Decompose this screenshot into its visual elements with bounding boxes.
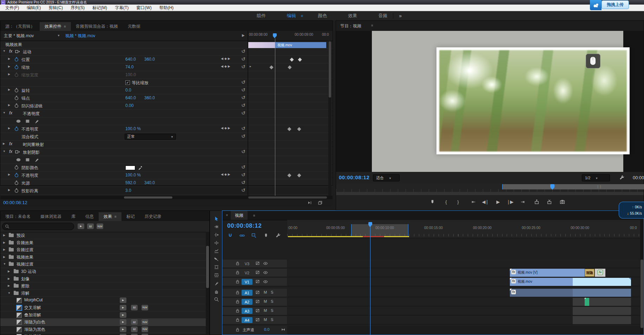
reset-parameter-icon[interactable]: ↺ — [241, 172, 245, 177]
stopwatch-icon[interactable] — [14, 57, 19, 63]
param-value[interactable]: 640.0 — [125, 57, 136, 62]
checkbox-uniform-scale[interactable]: ✓ — [125, 80, 130, 85]
workspace-tab-menu-icon[interactable]: ≡ — [301, 14, 303, 18]
effects-scroll-thumb[interactable] — [206, 246, 209, 288]
param-value[interactable]: 100.0 % — [125, 126, 141, 131]
solo-button[interactable]: S — [271, 299, 273, 303]
track-target-A1[interactable]: A1 — [242, 290, 252, 296]
clip-a2-green[interactable] — [585, 298, 589, 306]
track-lane-V3[interactable] — [287, 260, 643, 268]
transport-提取[interactable] — [545, 198, 554, 206]
twirl-icon[interactable]: ▼ — [3, 111, 6, 114]
reset-parameter-icon[interactable]: ↺ — [241, 126, 245, 131]
transport-标记出点[interactable]: } — [453, 198, 462, 206]
param-value[interactable]: 360.0 — [144, 57, 155, 62]
effects-scrollbar[interactable] — [206, 232, 209, 335]
reset-parameter-icon[interactable]: ↺ — [241, 164, 245, 170]
menu-item-2[interactable]: 剪辑(C) — [45, 5, 67, 11]
sync-lock-icon[interactable] — [255, 317, 260, 323]
stopwatch-icon[interactable] — [14, 88, 19, 94]
play-around-icon[interactable] — [307, 200, 312, 206]
sync-lock-icon[interactable] — [255, 308, 260, 314]
param-value[interactable]: 340.0 — [144, 180, 155, 185]
project-tab-4[interactable]: 效果≡ — [99, 212, 121, 221]
stopwatch-icon[interactable] — [14, 180, 19, 186]
slide-tool[interactable] — [212, 272, 221, 279]
tree-item-预设[interactable]: ▶预设 — [0, 232, 209, 239]
hand-tool[interactable] — [212, 288, 221, 295]
rolling-edit-tool[interactable] — [212, 239, 221, 247]
twirl-icon[interactable]: ▶ — [3, 248, 5, 251]
pen-tool[interactable] — [212, 280, 221, 287]
tree-item-视频效果[interactable]: ▶视频效果 — [0, 254, 209, 261]
tree-item-划像[interactable]: ▶划像 — [0, 275, 209, 283]
track-target-V3[interactable]: V3 — [242, 261, 252, 267]
effect-name[interactable]: 时间重映射 — [23, 142, 44, 148]
reset-parameter-icon[interactable]: ↺ — [241, 79, 245, 85]
filter-badge-0[interactable]: ▶ — [78, 223, 84, 229]
sync-lock-icon[interactable] — [255, 290, 260, 296]
lock-icon[interactable] — [235, 261, 240, 267]
menu-item-5[interactable]: 字幕(T) — [111, 5, 132, 11]
project-tab-5[interactable]: 标记 — [121, 212, 140, 221]
reset-parameter-icon[interactable]: ↺ — [241, 87, 245, 93]
filter-badge-2[interactable]: YUV — [97, 223, 103, 229]
mute-button[interactable]: M — [264, 317, 267, 322]
project-tab-2[interactable]: 库 — [66, 212, 80, 221]
menu-item-6[interactable]: 窗口(W) — [132, 5, 155, 11]
twirl-icon[interactable]: ▶ — [8, 277, 10, 280]
stopwatch-icon[interactable] — [14, 103, 19, 109]
reset-parameter-icon[interactable]: ↺ — [241, 56, 245, 62]
ec-tab-1[interactable]: 效果控件≡ — [40, 22, 71, 31]
timeline-ruler[interactable]: :00:0000:00:05:0000:00:10:0000:00:15:000… — [287, 220, 644, 238]
param-value[interactable]: 100.0 % — [125, 173, 141, 177]
reset-parameter-icon[interactable]: ↺ — [241, 149, 245, 154]
track-lane-master[interactable] — [287, 326, 643, 335]
ec-vscroll-thumb[interactable] — [329, 41, 331, 98]
linked-selection-icon[interactable] — [238, 232, 246, 239]
param-value[interactable]: 592.0 — [125, 180, 136, 185]
upload-overlay[interactable]: 拖拽上传 — [590, 0, 629, 10]
stopwatch-icon[interactable] — [14, 126, 19, 132]
program-mini-timeline[interactable]: ❘❘ — [336, 183, 644, 192]
toggle-track-output-icon[interactable] — [263, 279, 268, 285]
twirl-icon[interactable]: ▼ — [3, 49, 6, 53]
lane-clip-bar[interactable]: 视频.mov — [275, 42, 326, 48]
selection-tool[interactable] — [212, 215, 221, 222]
upload-button[interactable]: 拖拽上传 — [602, 0, 629, 9]
snap-icon[interactable] — [226, 232, 234, 239]
param-value[interactable]: 360.0 — [144, 95, 155, 100]
mute-button[interactable]: M — [264, 299, 267, 303]
tree-item-溶解[interactable]: ▼溶解 — [0, 290, 209, 297]
twirl-icon[interactable]: ▼ — [8, 292, 11, 295]
razor-tool[interactable] — [212, 255, 221, 263]
playback-resolution-select[interactable]: 1/2▼ — [582, 174, 610, 181]
keyframe-nav[interactable]: ◀◆▶ — [221, 126, 231, 130]
transport-标记入点[interactable]: { — [441, 198, 451, 206]
keyframe-nav[interactable]: ◀◆▶ — [221, 173, 231, 176]
param-value[interactable]: 0.00 — [125, 103, 133, 108]
mute-button[interactable]: M — [264, 290, 267, 294]
menu-item-4[interactable]: 标记(M) — [88, 5, 111, 11]
transport-转到入点[interactable]: ⇤ — [469, 198, 478, 206]
track-target-A2[interactable]: A2 — [242, 299, 252, 305]
twirl-icon[interactable]: ▶ — [8, 65, 10, 68]
lock-icon[interactable] — [235, 279, 240, 285]
twirl-icon[interactable]: ▶ — [3, 234, 5, 237]
twirl-icon[interactable]: ▶ — [8, 73, 10, 76]
ec-lane-hscroll-thumb[interactable] — [248, 196, 327, 199]
toggle-effects-icon[interactable] — [318, 200, 323, 206]
keyframe-nav[interactable]: ◀◆▶ — [221, 65, 231, 68]
sync-lock-icon[interactable] — [255, 261, 260, 267]
lock-icon[interactable] — [235, 299, 240, 305]
sequence-tab[interactable]: 视频 — [231, 211, 248, 220]
transport-后退一帧[interactable]: ◀❘ — [481, 198, 490, 206]
menu-item-7[interactable]: 帮助(H) — [156, 5, 178, 11]
track-target-V1[interactable]: V1 — [242, 279, 252, 285]
transport-导出帧[interactable] — [558, 198, 567, 206]
workspace-tab-2[interactable]: 颜色 — [308, 13, 337, 19]
tree-item-MorphCut[interactable]: MorphCut▶ — [0, 297, 209, 304]
workspace-overflow-button[interactable]: » — [393, 13, 402, 19]
track-target-A4[interactable]: A4 — [242, 317, 252, 323]
ripple-edit-tool[interactable] — [212, 231, 221, 239]
